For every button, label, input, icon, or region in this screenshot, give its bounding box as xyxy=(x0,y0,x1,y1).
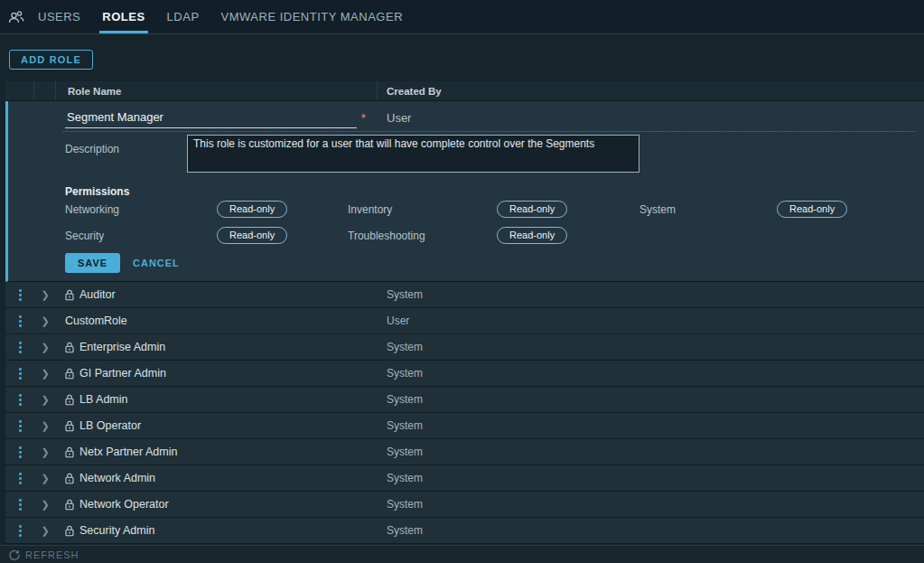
kebab-menu-icon[interactable] xyxy=(19,394,22,406)
required-asterisk: * xyxy=(361,112,366,125)
tab-ldap[interactable]: LDAP xyxy=(156,0,210,33)
table-header-row: Role Name Created By xyxy=(5,81,924,101)
created-by-value: System xyxy=(387,288,423,301)
chevron-right-icon[interactable]: ❯ xyxy=(41,499,49,511)
roles-list: ❯ Auditor System ❯ CustomRole User xyxy=(5,282,924,544)
created-by-value: System xyxy=(387,498,423,511)
refresh-label: REFRESH xyxy=(25,549,79,560)
refresh-bar[interactable]: REFRESH xyxy=(0,545,924,563)
role-table-row[interactable]: ❯ Netx Partner Admin System xyxy=(5,439,924,465)
lock-icon xyxy=(65,289,74,301)
description-textarea[interactable]: This role is customized for a user that … xyxy=(187,135,639,173)
kebab-menu-icon[interactable] xyxy=(19,499,22,511)
add-role-button[interactable]: ADD ROLE xyxy=(9,50,93,70)
role-name-label: Security Admin xyxy=(79,524,154,537)
role-name-label: Auditor xyxy=(79,288,116,301)
permission-label: Inventory xyxy=(348,203,497,216)
lock-icon xyxy=(65,394,74,406)
chevron-right-icon[interactable]: ❯ xyxy=(41,473,49,484)
role-table-row[interactable]: ❯ LB Admin System xyxy=(5,387,924,413)
header-created-by: Created By xyxy=(378,81,924,100)
permission-label: Troubleshooting xyxy=(348,230,497,242)
lock-icon xyxy=(65,499,74,511)
permission-value-button[interactable]: Read-only xyxy=(217,201,287,218)
roles-table: Role Name Created By * User Description … xyxy=(5,81,924,544)
lock-icon xyxy=(65,525,74,537)
created-by-value: System xyxy=(387,367,423,380)
save-button[interactable]: SAVE xyxy=(65,253,120,273)
role-name-input[interactable] xyxy=(65,108,357,128)
permissions-title: Permissions xyxy=(65,185,129,198)
role-name-label: LB Admin xyxy=(79,393,128,406)
created-by-value: System xyxy=(387,419,423,432)
chevron-right-icon[interactable]: ❯ xyxy=(41,315,49,327)
dotted-separator xyxy=(63,131,915,132)
tab-label: VMWARE IDENTITY MANAGER xyxy=(221,10,403,23)
kebab-menu-icon[interactable] xyxy=(19,525,22,537)
lock-icon xyxy=(65,368,74,380)
chevron-right-icon[interactable]: ❯ xyxy=(41,525,49,537)
chevron-right-icon[interactable]: ❯ xyxy=(41,394,49,406)
tab-label: USERS xyxy=(38,10,80,23)
header-role-name: Role Name xyxy=(56,81,378,100)
role-table-row[interactable]: ❯ Enterprise Admin System xyxy=(5,334,924,361)
role-name-label: Netx Partner Admin xyxy=(79,446,177,458)
role-name-label: CustomRole xyxy=(65,314,127,327)
role-name-label: Network Admin xyxy=(79,472,155,484)
chevron-right-icon[interactable]: ❯ xyxy=(41,446,49,458)
permission-label: Networking xyxy=(65,203,217,216)
role-table-row[interactable]: ❯ CustomRole User xyxy=(5,308,924,334)
cancel-button[interactable]: CANCEL xyxy=(133,258,180,268)
permission-value-button[interactable]: Read-only xyxy=(777,201,847,218)
role-table-row[interactable]: ❯ Security Admin System xyxy=(5,518,924,544)
role-name-label: Network Operator xyxy=(79,498,169,511)
tab-roles[interactable]: ROLES xyxy=(91,0,155,33)
lock-icon xyxy=(65,420,74,432)
created-by-value: System xyxy=(387,472,423,484)
role-name-label: Enterprise Admin xyxy=(79,341,165,353)
permission-value-button[interactable]: Read-only xyxy=(497,201,567,218)
chevron-right-icon[interactable]: ❯ xyxy=(41,420,49,432)
role-table-row[interactable]: ❯ Auditor System xyxy=(5,282,924,308)
kebab-menu-icon[interactable] xyxy=(19,315,22,327)
permissions-grid: Networking Read-only Inventory Read-only… xyxy=(65,201,915,244)
role-table-row[interactable]: ❯ Network Admin System xyxy=(5,465,924,492)
header-expand-column xyxy=(34,81,56,100)
editor-created-by-value: User xyxy=(387,111,411,125)
users-icon xyxy=(7,8,25,26)
created-by-value: System xyxy=(387,341,423,353)
tab-strip: USERS ROLES LDAP VMWARE IDENTITY MANAGER xyxy=(29,0,414,33)
chevron-right-icon[interactable]: ❯ xyxy=(41,368,49,380)
top-tab-bar: USERS ROLES LDAP VMWARE IDENTITY MANAGER xyxy=(0,0,924,34)
created-by-value: System xyxy=(387,393,423,406)
created-by-value: System xyxy=(387,446,423,458)
role-table-row[interactable]: ❯ Network Operator System xyxy=(5,492,924,518)
role-name-label: LB Operator xyxy=(79,419,141,432)
lock-icon xyxy=(65,342,74,353)
lock-icon xyxy=(65,473,74,484)
tab-label: LDAP xyxy=(167,10,200,23)
kebab-menu-icon[interactable] xyxy=(19,289,22,301)
tab-users[interactable]: USERS xyxy=(29,0,91,33)
description-label: Description xyxy=(65,143,119,155)
created-by-value: System xyxy=(387,524,423,537)
permission-label: Security xyxy=(65,230,217,242)
header-menu-column xyxy=(5,81,34,100)
kebab-menu-icon[interactable] xyxy=(19,473,22,484)
role-editor-panel: * User Description This role is customiz… xyxy=(5,101,924,282)
lock-icon xyxy=(65,446,74,458)
kebab-menu-icon[interactable] xyxy=(19,342,22,353)
permission-value-button[interactable]: Read-only xyxy=(497,227,567,244)
tab-vmware-identity-manager[interactable]: VMWARE IDENTITY MANAGER xyxy=(210,0,414,33)
kebab-menu-icon[interactable] xyxy=(19,420,22,432)
permission-value-button[interactable]: Read-only xyxy=(217,227,287,244)
kebab-menu-icon[interactable] xyxy=(19,368,22,380)
refresh-icon xyxy=(9,549,20,560)
role-table-row[interactable]: ❯ GI Partner Admin System xyxy=(5,361,924,387)
kebab-menu-icon[interactable] xyxy=(19,446,22,458)
permission-label: System xyxy=(639,203,777,216)
role-name-label: GI Partner Admin xyxy=(79,367,166,380)
role-table-row[interactable]: ❯ LB Operator System xyxy=(5,413,924,439)
chevron-right-icon[interactable]: ❯ xyxy=(41,342,49,353)
chevron-right-icon[interactable]: ❯ xyxy=(41,289,49,301)
